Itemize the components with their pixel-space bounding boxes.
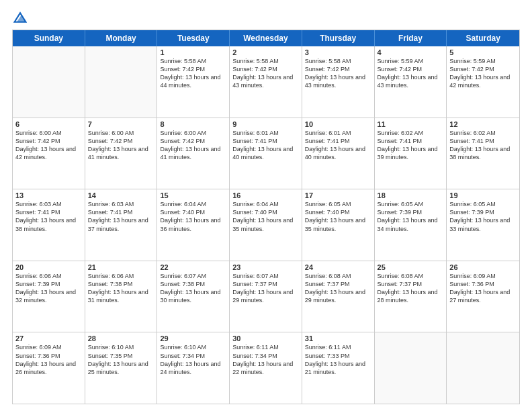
calendar-cell: 31Sunrise: 6:11 AM Sunset: 7:33 PM Dayli… xyxy=(302,332,375,404)
day-number: 18 xyxy=(378,191,444,199)
day-number: 21 xyxy=(88,263,154,271)
cell-info: Sunrise: 6:10 AM Sunset: 7:34 PM Dayligh… xyxy=(160,343,226,376)
day-number: 15 xyxy=(160,191,226,199)
calendar-cell: 1Sunrise: 5:58 AM Sunset: 7:42 PM Daylig… xyxy=(157,46,230,118)
calendar-cell: 18Sunrise: 6:05 AM Sunset: 7:39 PM Dayli… xyxy=(375,189,447,261)
day-number: 3 xyxy=(305,48,371,56)
page-header xyxy=(12,11,520,24)
calendar-cell: 6Sunrise: 6:00 AM Sunset: 7:42 PM Daylig… xyxy=(13,118,85,189)
calendar-cell: 22Sunrise: 6:07 AM Sunset: 7:38 PM Dayli… xyxy=(157,261,230,332)
calendar-cell: 8Sunrise: 6:00 AM Sunset: 7:42 PM Daylig… xyxy=(157,118,230,189)
day-number: 14 xyxy=(88,191,154,199)
calendar-cell: 3Sunrise: 5:58 AM Sunset: 7:42 PM Daylig… xyxy=(302,46,375,118)
calendar-cell xyxy=(447,332,519,404)
calendar-row: 27Sunrise: 6:09 AM Sunset: 7:36 PM Dayli… xyxy=(13,332,519,404)
cell-info: Sunrise: 6:04 AM Sunset: 7:40 PM Dayligh… xyxy=(160,200,226,233)
day-number: 30 xyxy=(232,334,299,342)
calendar-cell: 7Sunrise: 6:00 AM Sunset: 7:42 PM Daylig… xyxy=(85,118,158,189)
day-number: 31 xyxy=(305,334,371,342)
day-number: 13 xyxy=(15,191,82,199)
calendar-cell: 26Sunrise: 6:09 AM Sunset: 7:36 PM Dayli… xyxy=(447,261,519,332)
cell-info: Sunrise: 5:58 AM Sunset: 7:42 PM Dayligh… xyxy=(232,57,299,90)
weekday-header: Saturday xyxy=(447,30,519,46)
cell-info: Sunrise: 5:59 AM Sunset: 7:42 PM Dayligh… xyxy=(378,57,444,90)
day-number: 7 xyxy=(88,120,154,128)
cell-info: Sunrise: 6:01 AM Sunset: 7:41 PM Dayligh… xyxy=(232,129,299,162)
cell-info: Sunrise: 6:00 AM Sunset: 7:42 PM Dayligh… xyxy=(88,129,154,162)
calendar-row: 13Sunrise: 6:03 AM Sunset: 7:41 PM Dayli… xyxy=(13,189,519,261)
calendar-cell: 27Sunrise: 6:09 AM Sunset: 7:36 PM Dayli… xyxy=(13,332,85,404)
calendar-cell: 24Sunrise: 6:08 AM Sunset: 7:37 PM Dayli… xyxy=(302,261,375,332)
calendar-cell: 20Sunrise: 6:06 AM Sunset: 7:39 PM Dayli… xyxy=(13,261,85,332)
calendar-cell: 10Sunrise: 6:01 AM Sunset: 7:41 PM Dayli… xyxy=(302,118,375,189)
day-number: 19 xyxy=(449,191,517,199)
cell-info: Sunrise: 6:11 AM Sunset: 7:33 PM Dayligh… xyxy=(305,343,371,376)
calendar-cell: 30Sunrise: 6:11 AM Sunset: 7:34 PM Dayli… xyxy=(230,332,302,404)
cell-info: Sunrise: 6:08 AM Sunset: 7:37 PM Dayligh… xyxy=(378,272,444,305)
cell-info: Sunrise: 6:09 AM Sunset: 7:36 PM Dayligh… xyxy=(449,272,517,305)
calendar-cell: 25Sunrise: 6:08 AM Sunset: 7:37 PM Dayli… xyxy=(375,261,447,332)
day-number: 26 xyxy=(449,263,517,271)
calendar-cell: 11Sunrise: 6:02 AM Sunset: 7:41 PM Dayli… xyxy=(375,118,447,189)
cell-info: Sunrise: 6:02 AM Sunset: 7:41 PM Dayligh… xyxy=(378,129,444,162)
day-number: 25 xyxy=(378,263,444,271)
day-number: 22 xyxy=(160,263,226,271)
logo-icon xyxy=(13,11,27,24)
day-number: 10 xyxy=(305,120,371,128)
weekday-header: Wednesday xyxy=(230,30,302,46)
cell-info: Sunrise: 6:02 AM Sunset: 7:41 PM Dayligh… xyxy=(449,129,517,162)
cell-info: Sunrise: 6:01 AM Sunset: 7:41 PM Dayligh… xyxy=(305,129,371,162)
cell-info: Sunrise: 6:05 AM Sunset: 7:40 PM Dayligh… xyxy=(305,200,371,233)
weekday-header: Thursday xyxy=(302,30,375,46)
cell-info: Sunrise: 6:03 AM Sunset: 7:41 PM Dayligh… xyxy=(15,200,82,233)
calendar-row: 20Sunrise: 6:06 AM Sunset: 7:39 PM Dayli… xyxy=(13,261,519,332)
calendar-cell: 15Sunrise: 6:04 AM Sunset: 7:40 PM Dayli… xyxy=(157,189,230,261)
calendar-cell: 28Sunrise: 6:10 AM Sunset: 7:35 PM Dayli… xyxy=(85,332,158,404)
day-number: 12 xyxy=(449,120,517,128)
calendar-body: 1Sunrise: 5:58 AM Sunset: 7:42 PM Daylig… xyxy=(13,46,519,404)
calendar-cell: 4Sunrise: 5:59 AM Sunset: 7:42 PM Daylig… xyxy=(375,46,447,118)
calendar-cell xyxy=(13,46,85,118)
calendar-cell xyxy=(375,332,447,404)
calendar-cell: 16Sunrise: 6:04 AM Sunset: 7:40 PM Dayli… xyxy=(230,189,302,261)
calendar: SundayMondayTuesdayWednesdayThursdayFrid… xyxy=(12,30,520,404)
cell-info: Sunrise: 6:09 AM Sunset: 7:36 PM Dayligh… xyxy=(15,343,82,376)
weekday-header: Tuesday xyxy=(157,30,230,46)
calendar-cell: 23Sunrise: 6:07 AM Sunset: 7:37 PM Dayli… xyxy=(230,261,302,332)
cell-info: Sunrise: 6:06 AM Sunset: 7:39 PM Dayligh… xyxy=(15,272,82,305)
day-number: 17 xyxy=(305,191,371,199)
calendar-cell: 14Sunrise: 6:03 AM Sunset: 7:41 PM Dayli… xyxy=(85,189,158,261)
cell-info: Sunrise: 6:07 AM Sunset: 7:37 PM Dayligh… xyxy=(232,272,299,305)
weekday-header: Monday xyxy=(85,30,158,46)
cell-info: Sunrise: 5:58 AM Sunset: 7:42 PM Dayligh… xyxy=(305,57,371,90)
day-number: 6 xyxy=(15,120,82,128)
calendar-row: 1Sunrise: 5:58 AM Sunset: 7:42 PM Daylig… xyxy=(13,46,519,118)
logo xyxy=(12,11,27,24)
day-number: 29 xyxy=(160,334,226,342)
cell-info: Sunrise: 6:04 AM Sunset: 7:40 PM Dayligh… xyxy=(232,200,299,233)
day-number: 4 xyxy=(378,48,444,56)
day-number: 16 xyxy=(232,191,299,199)
cell-info: Sunrise: 6:11 AM Sunset: 7:34 PM Dayligh… xyxy=(232,343,299,376)
day-number: 5 xyxy=(449,48,517,56)
day-number: 1 xyxy=(160,48,226,56)
calendar-row: 6Sunrise: 6:00 AM Sunset: 7:42 PM Daylig… xyxy=(13,118,519,189)
day-number: 24 xyxy=(305,263,371,271)
day-number: 27 xyxy=(15,334,82,342)
cell-info: Sunrise: 6:05 AM Sunset: 7:39 PM Dayligh… xyxy=(378,200,444,233)
day-number: 28 xyxy=(88,334,154,342)
calendar-header: SundayMondayTuesdayWednesdayThursdayFrid… xyxy=(13,30,519,46)
day-number: 2 xyxy=(232,48,299,56)
calendar-cell xyxy=(85,46,158,118)
cell-info: Sunrise: 6:07 AM Sunset: 7:38 PM Dayligh… xyxy=(160,272,226,305)
calendar-cell: 19Sunrise: 6:05 AM Sunset: 7:39 PM Dayli… xyxy=(447,189,519,261)
day-number: 20 xyxy=(15,263,82,271)
cell-info: Sunrise: 5:59 AM Sunset: 7:42 PM Dayligh… xyxy=(449,57,517,90)
cell-info: Sunrise: 5:58 AM Sunset: 7:42 PM Dayligh… xyxy=(160,57,226,90)
cell-info: Sunrise: 6:10 AM Sunset: 7:35 PM Dayligh… xyxy=(88,343,154,376)
cell-info: Sunrise: 6:05 AM Sunset: 7:39 PM Dayligh… xyxy=(449,200,517,233)
cell-info: Sunrise: 6:00 AM Sunset: 7:42 PM Dayligh… xyxy=(160,129,226,162)
cell-info: Sunrise: 6:08 AM Sunset: 7:37 PM Dayligh… xyxy=(305,272,371,305)
calendar-cell: 21Sunrise: 6:06 AM Sunset: 7:38 PM Dayli… xyxy=(85,261,158,332)
day-number: 11 xyxy=(378,120,444,128)
